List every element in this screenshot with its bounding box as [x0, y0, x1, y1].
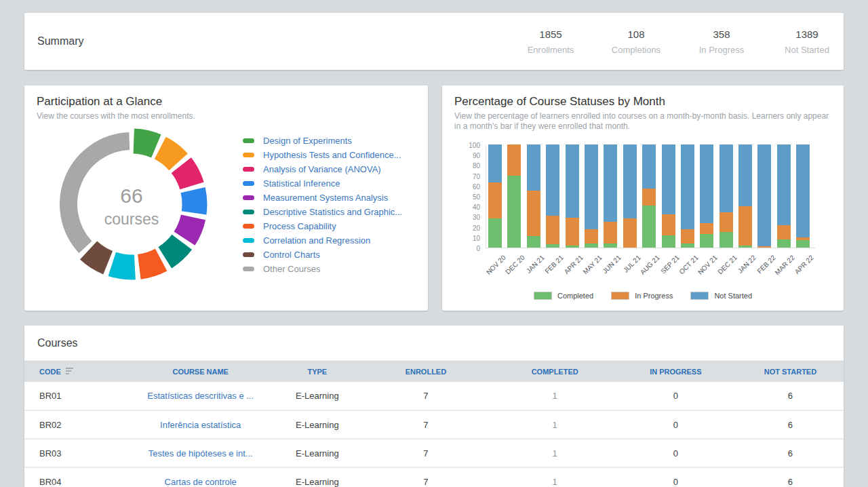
donut-segment-control-charts[interactable]: [89, 250, 108, 262]
column-header-not-started[interactable]: NOT STARTED: [737, 361, 844, 382]
bar-segment-completed: [719, 232, 733, 248]
column-header-in-progress[interactable]: IN PROGRESS: [614, 361, 737, 382]
bar-segment-completed: [796, 240, 810, 248]
bar-aug-21[interactable]: [642, 144, 656, 248]
month-label-oct-21: OCT 21: [677, 254, 699, 275]
bar-feb-21[interactable]: [546, 144, 559, 248]
legend-label: Process Capability: [263, 221, 336, 231]
bar-segment-not-started: [662, 144, 675, 214]
bar-segment-completed: [777, 239, 791, 248]
course-name-cell[interactable]: Inferência estatística: [123, 410, 279, 439]
month-label-jan-22: JAN 22: [736, 254, 757, 275]
month-label-may-21: MAY 21: [581, 254, 603, 275]
bar-oct-21[interactable]: [681, 144, 694, 248]
month-label-jun-21: JUN 21: [601, 254, 623, 275]
course-name-cell[interactable]: Cartas de controle: [123, 467, 279, 487]
bar-apr-21[interactable]: [566, 144, 579, 248]
donut-segment-analysis-of-variance-anova[interactable]: [181, 165, 192, 186]
course-name-cell[interactable]: Testes de hipóteses e int...: [123, 439, 279, 467]
legend-item-control-charts[interactable]: Control Charts: [243, 248, 402, 262]
enrolled-cell: 7: [356, 467, 495, 487]
y-tick-label: 90: [473, 152, 480, 159]
bar-segment-in-progress: [546, 216, 559, 245]
bar-apr-22[interactable]: [796, 144, 810, 248]
bar-dec-20[interactable]: [507, 144, 521, 248]
participation-title: Participation at a Glance: [37, 95, 416, 109]
y-tick-label: 30: [473, 214, 480, 221]
legend-swatch: [243, 153, 254, 157]
bar-plot-area: 0102030405060708090100: [454, 145, 831, 248]
legend-label: Design of Experiments: [263, 136, 352, 146]
bar-plot: [486, 145, 815, 248]
bar-segment-not-started: [777, 144, 791, 225]
column-header-course-name[interactable]: COURSE NAME: [123, 361, 279, 382]
legend-item-descriptive-statistics-and-graphic[interactable]: Descriptive Statistics and Graphic...: [243, 205, 402, 219]
bar-jan-22[interactable]: [738, 144, 752, 248]
bar-jul-21[interactable]: [623, 144, 637, 248]
bar-sep-21[interactable]: [662, 144, 675, 248]
summary-stat-not-started: 1389Not Started: [776, 28, 838, 55]
y-tick-label: 70: [473, 173, 480, 180]
bar-segment-in-progress: [566, 218, 579, 246]
column-header-code[interactable]: CODE: [24, 361, 123, 382]
courses-card: Courses CODECOURSE NAMETYPEENROLLEDCOMPL…: [24, 326, 844, 487]
legend-label: Descriptive Statistics and Graphic...: [263, 207, 402, 217]
bar-jan-21[interactable]: [527, 144, 540, 248]
stat-label: Enrollments: [519, 45, 582, 55]
summary-title: Summary: [37, 35, 83, 47]
legend-swatch: [243, 224, 254, 229]
column-header-completed[interactable]: COMPLETED: [496, 361, 614, 382]
month-label-apr-22: APR 22: [793, 254, 815, 275]
legend-label: Measurement Systems Analysis: [263, 193, 388, 203]
y-tick-label: 10: [473, 235, 480, 242]
column-header-type[interactable]: TYPE: [278, 361, 356, 382]
monthly-status-card: Percentage of Course Statuses by Month V…: [442, 85, 844, 311]
y-tick-label: 20: [473, 225, 480, 232]
bar-feb-22[interactable]: [757, 144, 771, 248]
bar-nov-20[interactable]: [488, 144, 502, 248]
y-tick-label: 60: [473, 183, 480, 191]
bar-segment-not-started: [527, 144, 540, 191]
donut-segment-hypothesis-tests-and-confidence[interactable]: [160, 148, 178, 162]
legend-item-process-capability[interactable]: Process Capability: [243, 219, 402, 233]
y-tick-label: 40: [473, 203, 480, 211]
y-tick-label: 100: [469, 142, 480, 149]
donut-segment-descriptive-statistics-and-graphic[interactable]: [165, 242, 182, 258]
completed-cell: 1: [496, 382, 614, 410]
legend-item-analysis-of-variance-anova[interactable]: Analysis of Variance (ANOVA): [243, 162, 402, 176]
month-label-nov-21: NOV 21: [696, 254, 719, 276]
donut-segment-process-capability[interactable]: [139, 260, 161, 267]
month-label-apr-21: APR 21: [562, 254, 584, 275]
bar-dec-21[interactable]: [719, 144, 733, 248]
column-header-enrolled[interactable]: ENROLLED: [356, 361, 495, 382]
donut-segment-statistical-inference[interactable]: [193, 190, 195, 213]
bar-segment-in-progress: [585, 229, 598, 244]
donut-segment-design-of-experiments[interactable]: [134, 141, 156, 146]
code-cell: BR03: [24, 439, 123, 467]
bar-segment-in-progress: [757, 246, 771, 248]
stat-value: 108: [605, 28, 667, 40]
bar-segment-not-started: [566, 144, 579, 218]
bar-segment-in-progress: [507, 144, 521, 176]
stat-value: 1389: [776, 28, 838, 40]
participation-subtitle: View the courses with the most enrollmen…: [37, 111, 416, 121]
bar-may-21[interactable]: [585, 144, 598, 248]
legend-item-design-of-experiments[interactable]: Design of Experiments: [243, 134, 402, 148]
courses-table: CODECOURSE NAMETYPEENROLLEDCOMPLETEDIN P…: [24, 361, 844, 487]
bar-nov-21[interactable]: [700, 144, 713, 248]
bar-jun-21[interactable]: [604, 144, 617, 248]
course-name-cell[interactable]: Estatísticas descritivas e ...: [123, 382, 279, 410]
legend-item-correlation-and-regression[interactable]: Correlation and Regression: [243, 233, 402, 248]
legend-swatch: [243, 238, 254, 243]
y-tick-label: 50: [473, 193, 480, 201]
donut-segment-correlation-and-regression[interactable]: [112, 264, 135, 267]
donut-segment-measurement-systems-analysis[interactable]: [184, 217, 193, 238]
bar-y-axis: 0102030405060708090100: [454, 145, 486, 248]
bar-mar-22[interactable]: [777, 144, 791, 248]
legend-item-measurement-systems-analysis[interactable]: Measurement Systems Analysis: [243, 191, 402, 205]
legend-item-hypothesis-tests-and-confidence[interactable]: Hypothesis Tests and Confidence...: [243, 148, 402, 162]
legend-swatch: [243, 267, 254, 271]
bar-segment-not-started: [585, 144, 598, 229]
legend-item-statistical-inference[interactable]: Statistical Inference: [243, 176, 402, 191]
summary-stat-completions: 108Completions: [605, 28, 667, 55]
